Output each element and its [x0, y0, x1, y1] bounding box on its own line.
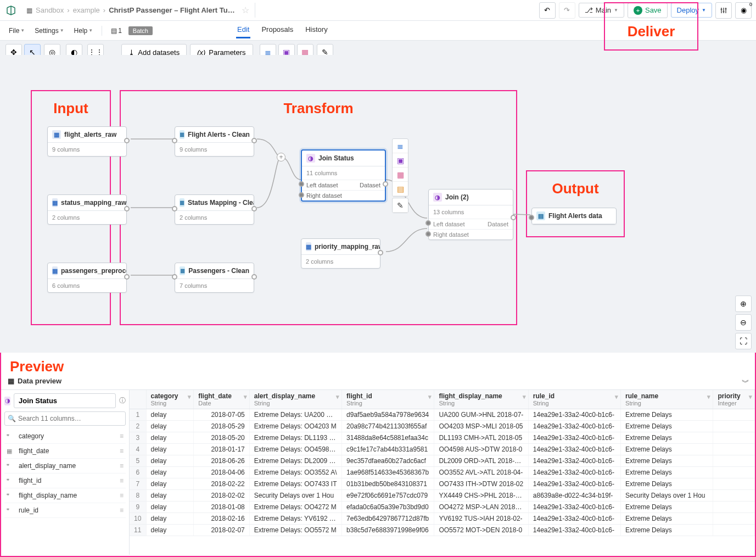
menu-help[interactable]: Help▼ [71, 25, 97, 37]
row-number: 7 [130, 478, 146, 490]
table-row[interactable]: 4delay2018-01-17Extreme Delays: OO4598 A… [130, 444, 755, 455]
undo-button[interactable]: ↶ [539, 2, 556, 19]
cell [713, 421, 755, 432]
bars-icon[interactable]: ≡ [120, 492, 124, 499]
palette-union-icon[interactable]: ▦ [393, 168, 408, 182]
zoom-fit-button[interactable]: ⛶ [735, 333, 752, 349]
cell: UA200 GUM->HNL 2018-07- [434, 409, 528, 421]
cell: Extreme Delays [621, 409, 713, 421]
column-item[interactable]: flight_date≡ [4, 444, 126, 459]
file-tab[interactable]: ▦ Sandbox › example › ChristP Passenger … [21, 3, 255, 18]
cell: 2018-04-06 [194, 467, 249, 478]
preview-node-name-input[interactable] [14, 393, 116, 408]
palette-edit-icon[interactable]: ✎ [393, 198, 408, 213]
node-join-2[interactable]: ◑Join (2) 13 columns Left datasetDataset… [428, 189, 513, 240]
node-join-status[interactable]: ◑Join Status 11 columns Left datasetData… [301, 149, 386, 202]
bars-icon[interactable]: ≡ [120, 447, 124, 455]
column-header[interactable]: categoryString▾ [146, 390, 194, 409]
cell: 2018-02-22 [194, 478, 249, 490]
svg-point-0 [721, 8, 723, 10]
table-row[interactable]: 3delay2018-05-20Extreme Delays: DL1193 C… [130, 432, 755, 444]
node-passengers-raw[interactable]: ▦passengers_preprocesse… 6 columns [47, 263, 127, 293]
cell: Extreme Delays: DL1193 CM [249, 432, 341, 444]
column-header[interactable]: rule_idString▾ [528, 390, 620, 409]
table-row[interactable]: 8delay2018-02-02Security Delays over 1 H… [130, 490, 755, 502]
column-header[interactable]: priorityInteger▾ [713, 390, 755, 409]
cell: delay [146, 455, 194, 467]
quote-type-icon [7, 433, 14, 439]
column-menu-icon[interactable]: ▾ [188, 393, 191, 400]
table-row[interactable]: 6delay2018-04-06Extreme Delays: OO3552 A… [130, 467, 755, 478]
table-row[interactable]: 7delay2018-02-22Extreme Delays: OO7433 I… [130, 478, 755, 490]
cell: delay [146, 409, 194, 421]
column-header[interactable]: flight_idString▾ [342, 390, 434, 409]
pipeline-canvas[interactable]: Input Transform Output Deliver ▦flight_a… [0, 55, 756, 354]
column-header[interactable]: alert_display_nameString▾ [249, 390, 341, 409]
collapse-chevron-icon[interactable]: ︾ [742, 378, 749, 388]
column-item[interactable]: alert_display_name≡ [4, 459, 126, 474]
column-menu-icon[interactable]: ▾ [428, 393, 432, 400]
tab-proposals[interactable]: Proposals [260, 22, 294, 38]
merge-plus-icon[interactable]: + [277, 153, 285, 161]
column-item[interactable]: flight_id≡ [4, 474, 126, 488]
cell: Security Delays over 1 Hou [249, 490, 341, 502]
cell: delay [146, 525, 194, 536]
column-menu-icon[interactable]: ▾ [749, 393, 752, 400]
column-header[interactable]: rule_nameString▾ [621, 390, 713, 409]
tab-edit[interactable]: Edit [236, 22, 250, 38]
palette-output-icon[interactable]: ▤ [393, 182, 408, 196]
redo-button[interactable]: ↷ [559, 2, 575, 19]
preview-grid[interactable]: categoryString▾flight_dateDate▾alert_dis… [130, 390, 755, 555]
batch-count[interactable]: ▤1 [108, 25, 125, 37]
column-menu-icon[interactable]: ▾ [707, 393, 710, 400]
table-row[interactable]: 11delay2018-02-07Extreme Delays: OO5572 … [130, 525, 755, 536]
column-item[interactable]: category≡ [4, 429, 126, 444]
zoom-in-button[interactable]: ⊕ [735, 296, 752, 312]
node-status-mapping-clean[interactable]: ≣Status Mapping - Clean 2 columns [175, 194, 254, 225]
node-flight-alerts-raw[interactable]: ▦flight_alerts_raw 9 columns [47, 126, 127, 157]
table-row[interactable]: 1delay2018-07-05Extreme Delays: UA200 GU… [130, 409, 755, 421]
cell: Extreme Delays: OO5572 M [249, 525, 341, 536]
column-item[interactable]: flight_display_name≡ [4, 488, 126, 503]
node-status-mapping-raw[interactable]: ▦status_mapping_raw 2 columns [47, 194, 127, 225]
tab-history[interactable]: History [304, 22, 328, 38]
batch-pill[interactable]: Batch [128, 26, 153, 35]
column-item[interactable]: rule_id≡ [4, 503, 126, 518]
cell: delay [146, 432, 194, 444]
bars-icon[interactable]: ≡ [120, 506, 124, 514]
info-icon[interactable]: ⓘ [119, 396, 126, 405]
menu-file[interactable]: File▼ [5, 25, 28, 37]
menu-settings[interactable]: Settings▼ [31, 25, 67, 37]
column-menu-icon[interactable]: ▾ [615, 393, 618, 400]
bars-icon[interactable]: ≡ [120, 462, 124, 470]
table-row[interactable]: 9delay2018-01-08Extreme Delays: OO4272 M… [130, 502, 755, 513]
table-row[interactable]: 10delay2018-02-16Extreme Delays: YV6192 … [130, 513, 755, 525]
column-header[interactable]: flight_dateDate▾ [194, 390, 249, 409]
table-row[interactable]: 5delay2018-06-26Extreme Delays: DL2009 O… [130, 455, 755, 467]
cell: YX4449 CHS->PHL 2018-02- [434, 490, 528, 502]
cell: 2018-02-16 [194, 513, 249, 525]
node-passengers-clean[interactable]: ≣Passengers - Clean 7 columns [175, 263, 254, 293]
zoom-out-button[interactable]: ⊖ [735, 314, 752, 331]
node-flight-alerts-clean[interactable]: ≣Flight Alerts - Clean 9 columns [175, 126, 254, 157]
node-priority-mapping-raw[interactable]: ▦priority_mapping_raw 2 columns [301, 238, 380, 269]
settings-sliders-icon[interactable] [715, 2, 732, 19]
row-number: 9 [130, 502, 146, 513]
column-menu-icon[interactable]: ▾ [336, 393, 339, 400]
column-menu-icon[interactable]: ▾ [244, 393, 247, 400]
palette-join-icon[interactable]: ▣ [393, 153, 408, 168]
column-menu-icon[interactable]: ▾ [523, 393, 526, 400]
column-header[interactable]: flight_display_nameString▾ [434, 390, 528, 409]
row-number: 2 [130, 421, 146, 432]
bars-icon[interactable]: ≡ [120, 432, 124, 440]
cell: delay [146, 490, 194, 502]
notifications-icon[interactable]: ◉0 [735, 2, 752, 19]
table-row[interactable]: 2delay2018-05-29Extreme Delays: OO4203 M… [130, 421, 755, 432]
node-output-flight-alerts-data[interactable]: ▤Flight Alerts data [531, 208, 617, 225]
palette-clean-icon[interactable]: ≣ [393, 139, 408, 153]
cell: Extreme Delays: OO4203 M [249, 421, 341, 432]
bars-icon[interactable]: ≡ [120, 477, 124, 484]
favorite-star-icon[interactable]: ☆ [242, 5, 249, 15]
column-search-input[interactable] [4, 411, 126, 426]
quote-type-icon [7, 463, 14, 469]
